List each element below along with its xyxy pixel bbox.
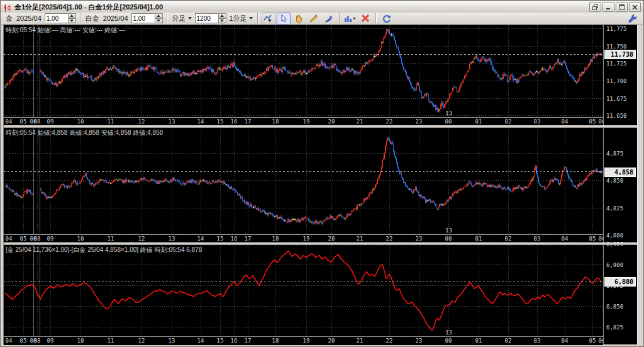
close-button[interactable] [629, 2, 641, 12]
time-axis-label: 05 [20, 236, 27, 242]
y-axis-tick-label: 4,875 [606, 151, 623, 157]
toolbar-separator [257, 13, 258, 23]
bar-count-input[interactable] [195, 13, 218, 23]
y-axis-tick-label: 6,900 [606, 262, 623, 268]
gold-ratio-up-button[interactable] [68, 13, 76, 18]
time-axis-label: 05 [589, 338, 596, 344]
time-axis-label: 05 [589, 236, 596, 242]
time-axis-label: 18 [272, 338, 279, 344]
chart-panel-platinum: 時刻:05:54 始値:4,858 高値:4,858 安値:4,858 終値:4… [4, 128, 637, 242]
time-axis-label: 19 [303, 118, 310, 125]
time-axis-label: 15 [217, 236, 224, 242]
gold-ratio-input[interactable] [45, 13, 68, 23]
time-axis-label: 05 [589, 118, 596, 125]
time-axis-label: 03 [534, 338, 541, 344]
time-axis-label: 14 [197, 338, 204, 344]
time-axis-label: 03 [534, 236, 541, 242]
time-axis-label: 18 [272, 236, 279, 242]
time-axis-label: 10 [77, 236, 84, 242]
platinum-price-axis[interactable]: 4,858 4,8754,8504,8254,800 [603, 128, 637, 242]
platinum-last-price-badge: 4,858 [604, 168, 636, 177]
y-axis-tick-label: 4,850 [606, 178, 623, 184]
platinum-plot-area[interactable]: 13 [4, 128, 603, 234]
platinum-ratio-down-button[interactable] [155, 18, 163, 23]
time-axis-label: 22 [386, 118, 393, 125]
time-axis-label: 16 [231, 338, 238, 344]
spread-plot-area[interactable]: 13 [4, 245, 603, 336]
time-axis-label: 00 [445, 236, 452, 242]
pointer-tool-button[interactable] [277, 13, 291, 25]
gold-ohlc-info: 時刻:05:54 始値:--- 高値:--- 安値:--- 終値:--- [6, 26, 125, 35]
chart-panel-spread: [金 25/04 11,736×1.00]-[白金 25/04 4,858×1.… [4, 245, 637, 344]
y-axis-tick-label: 6,925 [606, 241, 623, 247]
spread-time-axis[interactable]: 0405060809101112131415161718192021222300… [4, 336, 603, 345]
time-axis-label: 19 [303, 338, 310, 344]
time-axis-label: 09 [47, 236, 54, 242]
time-axis-label: 23 [416, 118, 423, 125]
time-axis-label: 00 [445, 338, 452, 344]
bar-count-up-button[interactable] [218, 13, 226, 18]
refresh-button[interactable] [380, 13, 394, 25]
interval-dropdown[interactable]: 1分足 [230, 14, 253, 23]
gold-contract-month: 2025/04 [16, 14, 42, 22]
titlebar: 金1分足[2025/04]1.00 - 白金1分足[2025/04]1.00 [1, 1, 643, 13]
platinum-contract-month: 2025/04 [103, 14, 128, 22]
pencil-draw-tool-button[interactable] [307, 13, 321, 25]
time-axis-label: 13 [169, 338, 175, 344]
platinum-ratio-input[interactable] [131, 13, 155, 23]
y-axis-tick-label: 4,825 [606, 205, 623, 212]
y-axis-tick-label: 11,725 [606, 60, 627, 67]
time-axis-label: 01 [475, 338, 482, 344]
gold-ratio-down-button[interactable] [68, 18, 76, 23]
toolbar-separator [375, 13, 377, 23]
time-axis-label: 05 [20, 118, 27, 125]
time-axis-label: 16 [231, 118, 238, 125]
float-window-button[interactable] [589, 2, 601, 12]
time-axis-label: 05 [20, 338, 27, 344]
chart-style-dropdown-button[interactable] [343, 13, 357, 25]
y-axis-tick-label: 11,775 [606, 26, 627, 32]
time-axis-label: 21 [357, 118, 364, 125]
time-axis-label: 12 [138, 118, 145, 125]
chart-crosshair-tool-button[interactable] [262, 13, 275, 25]
pen-annotate-tool-button[interactable] [322, 13, 336, 25]
toolbar: 金 2025/04 白金 2025/04 分足 1分足 [1, 13, 643, 25]
gold-ratio-spinner [45, 13, 76, 23]
time-axis-label: 21 [357, 236, 364, 242]
gold-label: 金 [6, 14, 13, 23]
minimize-button[interactable] [602, 2, 614, 12]
time-axis-label: 04 [6, 118, 13, 125]
time-axis-label: 08 [34, 118, 41, 125]
time-axis-label: 03 [534, 118, 541, 125]
time-axis-label: 20 [328, 236, 335, 242]
time-axis-label: 22 [386, 236, 393, 242]
platinum-ratio-up-button[interactable] [155, 13, 163, 18]
time-axis-label: 04 [562, 118, 569, 125]
delete-close-chart-button[interactable] [358, 13, 372, 25]
hand-pan-tool-button[interactable] [292, 13, 306, 25]
settings-wrench-button[interactable] [625, 13, 639, 25]
gold-last-price-badge: 11,738 [604, 50, 636, 59]
gold-time-axis[interactable]: 0405060809101112131415161718192021222300… [4, 117, 603, 126]
y-axis-tick-label: 11,750 [606, 43, 627, 50]
time-axis-label: 01 [475, 118, 482, 125]
time-axis-label: 11 [108, 338, 114, 344]
maximize-button[interactable] [616, 2, 628, 12]
platinum-ohlc-info: 時刻:05:54 始値:4,858 高値:4,858 安値:4,858 終値:4… [6, 128, 163, 137]
platinum-time-axis[interactable]: 0405060809101112131415161718192021222300… [4, 234, 603, 243]
y-axis-tick-label: 4,800 [606, 232, 623, 239]
time-axis-label: 22 [386, 338, 393, 344]
bar-count-down-button[interactable] [218, 18, 226, 23]
time-axis-label: 09 [47, 338, 54, 344]
spread-last-price-badge: 6,880 [604, 277, 636, 287]
time-axis-label: 15 [217, 338, 224, 344]
gold-price-axis[interactable]: 11,738 11,77511,75011,72511,70011,67511,… [603, 25, 637, 125]
spread-price-axis[interactable]: 6,880 6,9256,9006,8756,8506,825 [603, 245, 637, 344]
bar-type-dropdown[interactable]: 分足 [172, 14, 192, 23]
chart-panel-gold: 時刻:05:54 始値:--- 高値:--- 安値:--- 終値:--- 13 … [4, 25, 637, 125]
gold-plot-area[interactable]: 13 [4, 25, 603, 117]
time-axis-label: 01 [475, 236, 482, 242]
time-axis-label: 21 [357, 338, 364, 344]
time-axis-label: 02 [505, 118, 512, 125]
platinum-label: 白金 [86, 14, 99, 23]
